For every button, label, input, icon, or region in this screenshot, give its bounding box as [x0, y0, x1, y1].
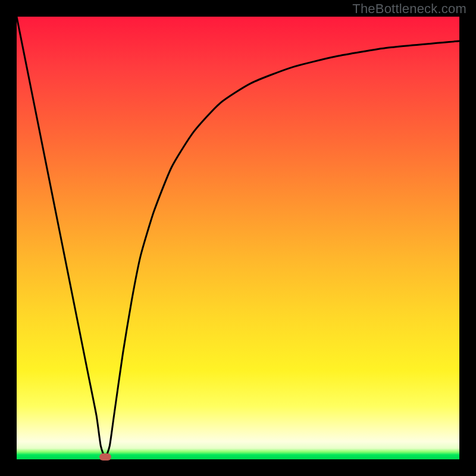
watermark-text: TheBottleneck.com — [352, 1, 466, 17]
curve-layer — [17, 17, 459, 459]
optimum-marker — [99, 453, 111, 461]
bottleneck-curve — [17, 17, 459, 457]
chart-frame: TheBottleneck.com — [0, 0, 476, 476]
plot-area — [17, 17, 459, 459]
